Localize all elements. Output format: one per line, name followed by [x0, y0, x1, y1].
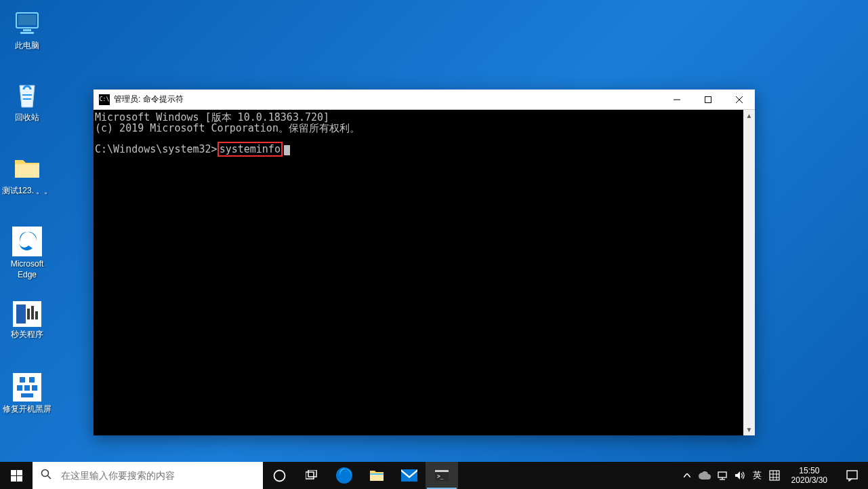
tray-ime-icon[interactable]: [768, 469, 781, 482]
scroll-down-icon[interactable]: ▼: [743, 424, 755, 435]
svg-rect-5: [16, 305, 26, 324]
svg-rect-7: [31, 306, 34, 319]
maximize-button[interactable]: [693, 90, 724, 110]
task-view-button[interactable]: [295, 462, 328, 489]
tray-volume-icon[interactable]: [734, 469, 746, 482]
svg-rect-14: [21, 393, 33, 397]
cmd-icon: C:\: [99, 94, 110, 105]
cmd-cursor: [284, 145, 290, 155]
svg-rect-9: [20, 377, 25, 383]
desktop-icon-label: Microsoft Edge: [1, 259, 53, 280]
clock-time: 15:50: [799, 466, 819, 475]
scroll-up-icon[interactable]: ▲: [743, 110, 755, 121]
svg-rect-2: [23, 29, 31, 31]
svg-rect-20: [17, 470, 22, 475]
svg-rect-21: [11, 476, 16, 482]
svg-rect-38: [770, 471, 779, 480]
search-box[interactable]: [33, 462, 263, 489]
taskbar: >_ 英 15:50 2020/3/30: [0, 462, 868, 489]
svg-rect-13: [32, 385, 37, 391]
clock[interactable]: 15:50 2020/3/30: [786, 466, 833, 486]
svg-rect-27: [308, 470, 316, 477]
window-title: 管理员: 命令提示符: [114, 94, 661, 105]
tray-onedrive-icon[interactable]: [699, 469, 711, 482]
start-button[interactable]: [0, 462, 33, 489]
desktop-icon-edge[interactable]: Microsoft Edge: [1, 227, 53, 280]
edge-icon: [12, 227, 42, 256]
desktop-icon-test-folder[interactable]: 测试123. 。。: [1, 155, 53, 197]
pc-icon: [13, 9, 41, 38]
app-icon: [13, 301, 41, 327]
tray-network-icon[interactable]: [716, 469, 728, 482]
svg-rect-16: [705, 96, 711, 102]
taskbar-file-explorer[interactable]: [360, 462, 393, 489]
cmd-line-copyright: (c) 2019 Microsoft Corporation。保留所有权利。: [95, 123, 742, 134]
svg-line-24: [48, 476, 51, 480]
svg-point-23: [42, 470, 49, 477]
desktop-icon-quick-close[interactable]: 秒关程序: [1, 301, 53, 340]
desktop-icon-label: 修复开机黑屏: [3, 404, 51, 415]
system-tray: 英 15:50 2020/3/30: [678, 462, 868, 489]
scrollbar[interactable]: ▲ ▼: [743, 110, 755, 435]
cmd-prompt: C:\Windows\system32>: [95, 143, 218, 155]
desktop-icon-label: 秒关程序: [11, 330, 43, 340]
tray-chevron-up-icon[interactable]: [681, 469, 693, 482]
svg-rect-31: [401, 469, 417, 482]
clock-date: 2020/3/30: [791, 475, 827, 485]
svg-point-28: [336, 467, 352, 484]
titlebar[interactable]: C:\ 管理员: 命令提示符: [94, 90, 755, 110]
taskbar-mail[interactable]: [393, 462, 426, 489]
svg-rect-10: [29, 377, 35, 383]
cmd-command-highlight: systeminfo: [218, 142, 283, 157]
svg-rect-35: [718, 472, 726, 477]
svg-rect-29: [370, 474, 384, 481]
search-input[interactable]: [61, 470, 255, 481]
desktop-icon-this-pc[interactable]: 此电脑: [1, 9, 53, 52]
svg-point-25: [274, 470, 285, 481]
cmd-body[interactable]: Microsoft Windows [版本 10.0.18363.720](c)…: [94, 110, 755, 435]
svg-rect-12: [24, 385, 30, 391]
cmd-output[interactable]: Microsoft Windows [版本 10.0.18363.720](c)…: [94, 110, 743, 435]
svg-rect-22: [17, 476, 22, 482]
close-button[interactable]: [724, 90, 755, 110]
app-icon: [13, 373, 41, 402]
desktop-icon-recycle-bin[interactable]: 回收站: [1, 81, 53, 123]
desktop-icon-label: 测试123. 。。: [2, 186, 53, 197]
svg-rect-43: [847, 471, 857, 479]
notifications-button[interactable]: [838, 470, 865, 482]
folder-icon: [13, 155, 41, 183]
desktop-icon-label: 回收站: [15, 113, 39, 123]
desktop-icon-label: 此电脑: [15, 41, 39, 52]
svg-text:>_: >_: [437, 473, 444, 480]
svg-rect-11: [17, 385, 22, 391]
taskbar-cmd[interactable]: >_: [426, 462, 458, 489]
svg-rect-8: [35, 311, 38, 319]
svg-rect-19: [11, 470, 16, 475]
svg-rect-30: [370, 473, 384, 475]
cortana-button[interactable]: [263, 462, 295, 489]
desktop-icon-fix-boot[interactable]: 修复开机黑屏: [1, 373, 53, 415]
svg-rect-26: [306, 472, 314, 479]
svg-rect-33: [435, 470, 449, 472]
search-icon: [41, 469, 51, 482]
taskbar-edge[interactable]: [328, 462, 360, 489]
minimize-button[interactable]: [661, 90, 693, 110]
cmd-window: C:\ 管理员: 命令提示符 Microsoft Windows [版本 10.…: [94, 90, 755, 435]
svg-rect-1: [18, 15, 36, 25]
ime-language[interactable]: 英: [751, 469, 763, 482]
recycle-icon: [13, 81, 41, 110]
svg-rect-3: [20, 32, 34, 34]
svg-rect-6: [27, 309, 30, 319]
